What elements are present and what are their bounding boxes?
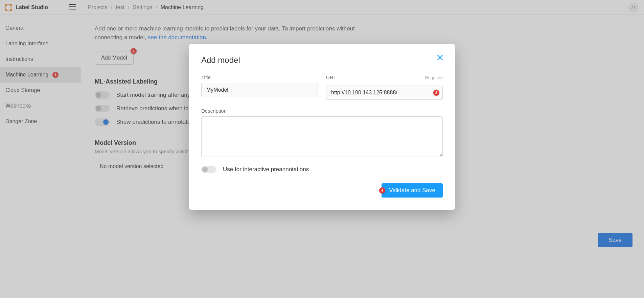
field-label: URL xyxy=(326,74,336,80)
field-label: Description xyxy=(201,108,443,114)
validate-save-button[interactable]: 4 Validate and Save xyxy=(382,183,443,198)
add-model-modal: Add model Title URL Required 3 xyxy=(189,44,455,210)
toggle-switch[interactable] xyxy=(201,166,216,173)
field-url: URL Required 3 xyxy=(326,74,443,100)
modal-overlay[interactable]: Add model Title URL Required 3 xyxy=(0,0,644,298)
title-input[interactable] xyxy=(201,83,318,97)
modal-actions: 4 Validate and Save xyxy=(201,183,443,198)
toggle-knob xyxy=(202,167,208,172)
field-label: Title xyxy=(201,74,318,80)
toggle-label: Use for interactive preannotations xyxy=(223,166,309,173)
annotation-badge: 4 xyxy=(379,187,385,193)
required-hint: Required xyxy=(425,75,443,80)
close-icon[interactable] xyxy=(437,54,443,62)
modal-form: Title URL Required 3 Description xyxy=(201,74,443,158)
annotation-badge: 3 xyxy=(433,90,439,96)
field-description: Description xyxy=(201,108,443,158)
url-input[interactable] xyxy=(326,86,443,100)
button-label: Validate and Save xyxy=(389,187,435,193)
description-textarea[interactable] xyxy=(201,116,443,157)
field-title: Title xyxy=(201,74,318,100)
modal-title: Add model xyxy=(201,55,443,65)
toggle-interactive-preannotations: Use for interactive preannotations xyxy=(201,166,443,173)
